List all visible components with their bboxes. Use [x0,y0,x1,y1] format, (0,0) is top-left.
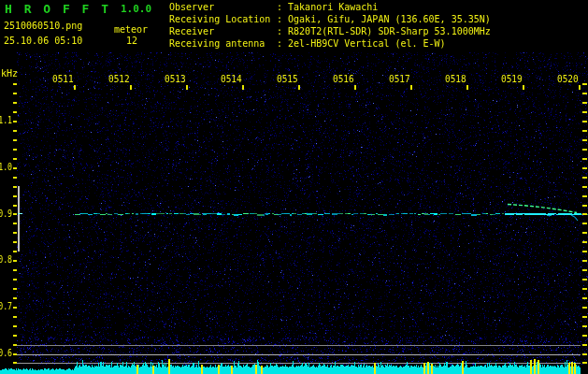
y-axis-unit-label: kHz [1,68,18,79]
info-value: 2el-HB9CV Vertical (el. E-W) [288,38,446,49]
info-value: Takanori Kawachi [288,2,378,12]
time-tick-label: 0514 [221,75,242,84]
freq-tick-label: 1.0 [0,163,12,172]
info-value: R820T2(RTL-SDR) SDR-Sharp 53.1000MHz [288,26,491,36]
freq-tick-label: 0.7 [0,302,12,311]
app-title: H R O F F T [5,2,111,16]
timestamp: 25.10.06 05:10 [4,36,82,46]
info-row-observer: Observer: Takanori Kawachi [169,3,378,12]
info-colon: : [277,26,288,36]
info-colon: : [277,14,288,24]
echo-count: 12 [126,36,137,46]
freq-tick-label: 0.8 [0,255,12,265]
time-tick-label: 0516 [333,75,354,84]
info-row-receiving-antenna: Receiving antenna: 2el-HB9CV Vertical (e… [169,39,446,49]
time-tick-label: 0519 [501,75,523,84]
info-label: Receiving antenna [169,39,277,49]
time-tick-label: 0515 [277,75,298,84]
time-tick-label: 0511 [52,75,74,84]
info-label: Receiver [169,27,277,36]
info-row-receiver: Receiver: R820T2(RTL-SDR) SDR-Sharp 53.1… [169,27,491,36]
info-colon: : [277,38,288,49]
time-tick-label: 0512 [108,75,130,84]
output-filename: 2510060510.png [4,21,82,31]
time-tick-label: 0513 [165,75,186,84]
spectrogram-canvas [0,0,588,374]
app-version: 1.0.0 [121,3,151,15]
info-label: Observer [169,3,277,12]
time-tick-label: 0520 [557,75,579,84]
hrofft-output-screen: H R O F F T 1.0.0 2510060510.png meteor … [0,0,588,374]
time-tick-label: 0517 [389,75,410,84]
freq-tick-label: 1.1 [0,116,12,125]
freq-tick-label: 0.6 [0,349,12,358]
info-value: Ogaki, Gifu, JAPAN (136.60E, 35.35N) [288,14,491,24]
info-label: Receiving Location [169,15,277,24]
info-row-receiving-location: Receiving Location: Ogaki, Gifu, JAPAN (… [169,15,491,24]
mode-label: meteor [114,24,148,35]
info-colon: : [277,2,288,12]
freq-tick-label: 0.9 [0,209,12,219]
time-tick-label: 0518 [445,75,466,84]
